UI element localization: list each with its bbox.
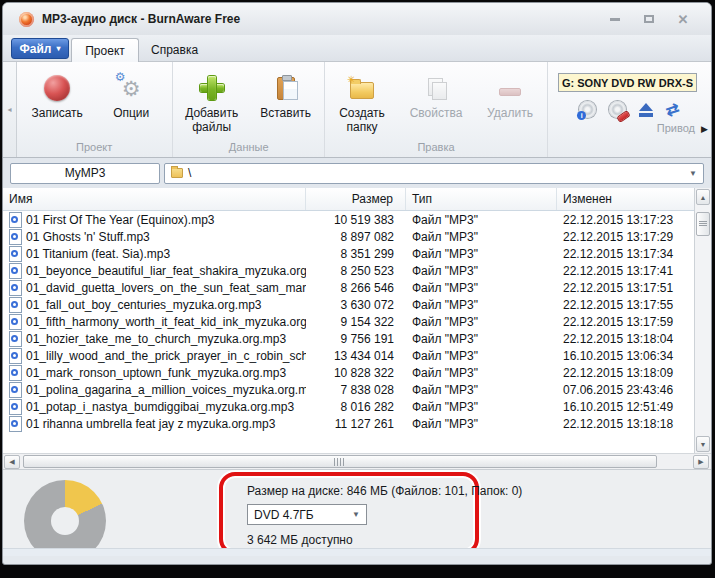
horizontal-scrollbar[interactable]: ◀: [3, 453, 711, 469]
group-label-edit: Правка: [325, 137, 547, 157]
file-menu-label: Файл: [20, 42, 52, 56]
file-type: Файл "MP3": [406, 230, 557, 244]
app-logo-icon: [19, 12, 34, 27]
table-row[interactable]: 01_beyonce_beautiful_liar_feat_shakira_m…: [3, 262, 694, 279]
file-name: 01 Titanium (feat. Sia).mp3: [3, 246, 306, 262]
new-folder-button[interactable]: Создать папку: [325, 68, 399, 137]
paste-button[interactable]: Вставить: [249, 68, 323, 137]
ribbon-group-project: Записать ⚙⚙ Опции Проект: [16, 62, 173, 157]
vertical-scrollbar[interactable]: ▲ ▼: [694, 188, 711, 453]
file-modified: 22.12.2015 13:17:29: [557, 230, 694, 244]
table-row[interactable]: 01_fifth_harmony_worth_it_feat_kid_ink_m…: [3, 313, 694, 330]
path-combo[interactable]: \ ▼: [164, 163, 704, 184]
path-bar: MyMP3 \ ▼: [3, 158, 711, 188]
file-name: 01_fifth_harmony_worth_it_feat_kid_ink_m…: [3, 314, 306, 330]
scroll-up-icon[interactable]: ▲: [696, 189, 710, 205]
column-header-modified[interactable]: Изменен: [557, 188, 694, 210]
close-button[interactable]: ✕: [673, 12, 693, 26]
table-row[interactable]: 01 rihanna umbrella feat jay z myzuka.or…: [3, 415, 694, 432]
file-name: 01_polina_gagarina_a_million_voices_myzu…: [3, 382, 306, 398]
file-menu-button[interactable]: Файл ▾: [11, 38, 69, 59]
scroll-down-icon[interactable]: ▼: [696, 436, 710, 452]
file-name: 01 Ghosts 'n' Stuff.mp3: [3, 229, 306, 245]
table-row[interactable]: 01 Ghosts 'n' Stuff.mp38 897 082Файл "MP…: [3, 228, 694, 245]
file-size: 8 266 546: [306, 281, 406, 295]
properties-button[interactable]: Свойства: [399, 68, 473, 137]
table-row[interactable]: 01_potap_i_nastya_bumdiggibai_myzuka.org…: [3, 398, 694, 415]
disc-erase-icon[interactable]: [609, 101, 626, 118]
table-row[interactable]: 01_fall_out_boy_centuries_myzuka.org.mp3…: [3, 296, 694, 313]
audio-file-icon: [9, 246, 22, 262]
eject-icon[interactable]: [639, 103, 653, 117]
table-row[interactable]: 01_mark_ronson_uptown_funk_myzuka.org.mp…: [3, 364, 694, 381]
ribbon-group-data: Добавить файлы Вставить Данные: [173, 62, 325, 157]
file-name: 01_fall_out_boy_centuries_myzuka.org.mp3: [3, 297, 306, 313]
tab-help[interactable]: Справка: [139, 38, 210, 62]
file-modified: 22.12.2015 13:17:41: [557, 264, 694, 278]
table-row[interactable]: 01_hozier_take_me_to_church_myzuka.org.m…: [3, 330, 694, 347]
column-header-type[interactable]: Тип: [406, 188, 557, 210]
file-type: Файл "MP3": [406, 417, 557, 431]
scroll-right-icon[interactable]: ▶: [693, 455, 709, 469]
drive-selector[interactable]: G: SONY DVD RW DRX-S: [558, 73, 697, 92]
ribbon-group-edit: Создать папку Свойства Удалить Правка: [325, 62, 548, 157]
file-modified: 07.06.2015 23:43:46: [557, 383, 694, 397]
paste-clipboard-icon: [277, 77, 295, 100]
audio-file-icon: [9, 263, 22, 279]
file-type: Файл "MP3": [406, 247, 557, 261]
path-dropdown-arrow-icon[interactable]: ▼: [689, 169, 697, 178]
available-space-text: 3 642 МБ доступно: [247, 533, 353, 547]
menu-bar: Файл ▾ Проект Справка: [3, 35, 711, 62]
file-size: 8 897 082: [306, 230, 406, 244]
file-name: 01_lilly_wood_and_the_prick_prayer_in_c_…: [3, 348, 306, 364]
scroll-left-icon[interactable]: ◀: [4, 455, 20, 469]
delete-icon: [499, 88, 521, 96]
file-modified: 22.12.2015 13:17:23: [557, 213, 694, 227]
disc-name-input[interactable]: MyMP3: [10, 163, 160, 184]
maximize-button[interactable]: [639, 12, 659, 26]
tab-project[interactable]: Проект: [71, 38, 139, 62]
table-row[interactable]: 01 First Of The Year (Equinox).mp310 519…: [3, 211, 694, 228]
file-type: Файл "MP3": [406, 400, 557, 414]
file-name: 01_hozier_take_me_to_church_myzuka.org.m…: [3, 331, 306, 347]
properties-icon: [428, 78, 445, 98]
file-size: 7 838 028: [306, 383, 406, 397]
column-header-name[interactable]: Имя: [3, 188, 306, 210]
table-row[interactable]: 01 Titanium (feat. Sia).mp38 351 299Файл…: [3, 245, 694, 262]
group-label-data: Данные: [173, 137, 324, 157]
ribbon-group-drive: G: SONY DVD RW DRX-S ⇄ Привод: [548, 62, 711, 157]
horizontal-scroll-thumb[interactable]: [23, 455, 657, 468]
options-button[interactable]: ⚙⚙ Опции: [94, 68, 168, 137]
file-modified: 16.10.2015 13:06:34: [557, 349, 694, 363]
table-row[interactable]: 01_lilly_wood_and_the_prick_prayer_in_c_…: [3, 347, 694, 364]
table-row[interactable]: 01_polina_gagarina_a_million_voices_myzu…: [3, 381, 694, 398]
file-size: 8 016 282: [306, 400, 406, 414]
file-type: Файл "MP3": [406, 213, 557, 227]
column-header-size[interactable]: Размер: [306, 188, 406, 210]
audio-file-icon: [9, 331, 22, 347]
disk-usage-text: Размер на диске: 846 МБ (Файлов: 101, Па…: [247, 484, 522, 498]
file-size: 10 828 322: [306, 366, 406, 380]
add-files-button[interactable]: Добавить файлы: [175, 68, 249, 137]
vertical-scroll-thumb[interactable]: [696, 212, 710, 236]
app-window: MP3-аудио диск - BurnAware Free ✕ Файл ▾…: [2, 2, 712, 565]
audio-file-icon: [9, 280, 22, 296]
file-type: Файл "MP3": [406, 315, 557, 329]
status-panel: Размер на диске: 846 МБ (Файлов: 101, Па…: [3, 469, 711, 556]
disc-info-icon[interactable]: [579, 101, 596, 118]
file-modified: 22.12.2015 13:18:18: [557, 417, 694, 431]
file-type: Файл "MP3": [406, 366, 557, 380]
file-size: 13 434 014: [306, 349, 406, 363]
refresh-icon[interactable]: ⇄: [664, 100, 682, 119]
delete-button[interactable]: Удалить: [473, 68, 547, 137]
table-row[interactable]: 01_david_guetta_lovers_on_the_sun_feat_s…: [3, 279, 694, 296]
current-path: \: [188, 166, 191, 180]
media-type-select[interactable]: DVD 4.7ГБ ▼: [247, 504, 367, 525]
table-header-row: Имя Размер Тип Изменен: [3, 188, 694, 211]
media-type-value: DVD 4.7ГБ: [254, 508, 314, 522]
group-label-project: Проект: [16, 137, 172, 157]
minimize-button[interactable]: [605, 12, 625, 26]
file-type: Файл "MP3": [406, 264, 557, 278]
ribbon-collapse-strip[interactable]: ◂: [3, 62, 17, 157]
burn-button[interactable]: Записать: [20, 68, 94, 137]
